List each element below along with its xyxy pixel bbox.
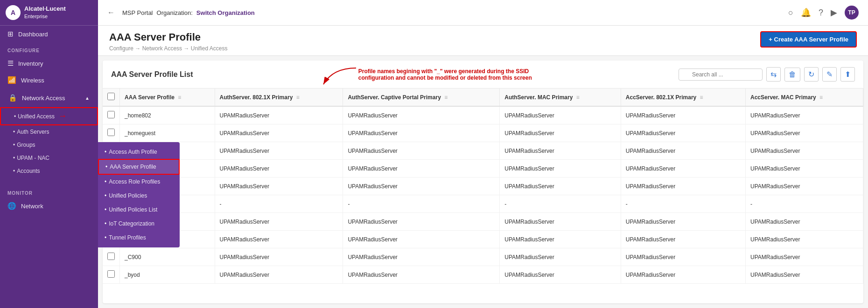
sidebar-logo: A Alcatel·Lucent Enterprise (0, 0, 98, 26)
sidebar-item-groups[interactable]: Groups (0, 138, 98, 151)
table-row: _C900 UPAMRadiusServer UPAMRadiusServer … (103, 248, 863, 266)
configure-section-label: CONFIGURE (0, 42, 98, 55)
row-checkbox-cell (103, 106, 120, 124)
table-row: _byod UPAMRadiusServer UPAMRadiusServer … (103, 266, 863, 284)
row-checkbox-0[interactable] (107, 111, 115, 118)
row-authmac-0: UPAMRadiusServer (500, 106, 621, 124)
row-aaa-profile-1: _homeguest (120, 124, 215, 142)
inventory-icon: ☰ (7, 59, 14, 68)
table-row: - - - - - (103, 195, 863, 213)
brand-name: Alcatel·Lucent (24, 5, 66, 13)
col-auth-captive-primary: AuthServer. Captive Portal Primary ≡ (343, 89, 500, 106)
row-authcaptive-9: UPAMRadiusServer (343, 266, 500, 284)
row-accmac-7: UPAMRadiusServer (746, 231, 863, 248)
logo-text: Alcatel·Lucent Enterprise (24, 5, 66, 20)
sidebar-item-network-access[interactable]: 🔒 Network Access ▲ (0, 89, 98, 107)
col-checkbox (103, 89, 120, 106)
dashboard-icon: ⊞ (7, 30, 14, 38)
row-authcaptive-7: UPAMRadiusServer (343, 231, 500, 248)
row-authcaptive-6: UPAMRadiusServer (343, 213, 500, 231)
col-filter-acc802[interactable]: ≡ (700, 94, 703, 101)
submenu-iot-categorization[interactable]: IoT Categorization (98, 217, 180, 231)
main-content: ← MSP Portal Organization: Switch Organi… (98, 0, 868, 308)
row-authmac-8: UPAMRadiusServer (500, 248, 621, 266)
help-icon[interactable]: ? (819, 8, 823, 18)
sidebar-item-network[interactable]: 🌐 Network (0, 198, 98, 214)
col-filter-accmac[interactable]: ≡ (819, 94, 823, 101)
accounts-label: Accounts (17, 168, 40, 174)
row-aaa-profile-9: _byod (120, 266, 215, 284)
play-icon[interactable]: ▶ (831, 7, 837, 18)
sidebar-item-accounts[interactable]: Accounts (0, 164, 98, 178)
row-accmac-0: UPAMRadiusServer (746, 106, 863, 124)
logo-icon: A (6, 5, 21, 20)
columns-toggle-button[interactable]: ⇆ (766, 67, 781, 82)
submenu-access-auth-profile[interactable]: Access Auth Profile (98, 145, 180, 159)
bell-icon[interactable]: 🔔 (801, 7, 811, 18)
table-header-row: AAA Server Profile ≡ AuthServer. 802.1X … (103, 89, 863, 106)
row-acc802-8: UPAMRadiusServer (621, 248, 745, 266)
sidebar-item-unified-access[interactable]: Unified Access → (0, 107, 98, 125)
delete-button[interactable]: 🗑 (784, 68, 800, 82)
row-acc802-3: UPAMRadiusServer (621, 160, 745, 178)
col-auth-mac-primary: AuthServer. MAC Primary ≡ (500, 89, 621, 106)
edit-button[interactable]: ✎ (822, 67, 837, 82)
submenu-aaa-server-profile[interactable]: AAA Server Profile (98, 159, 180, 175)
table-row: _VerifyAzure UPAMRadiusServer UPAMRadius… (103, 142, 863, 160)
submenu-access-role-profiles[interactable]: Access Role Profiles (98, 175, 180, 189)
row-checkbox-9[interactable] (107, 270, 115, 278)
sidebar-item-inventory[interactable]: ☰ Inventory (0, 55, 98, 72)
row-authcaptive-2: UPAMRadiusServer (343, 142, 500, 160)
row-auth802-9: UPAMRadiusServer (215, 266, 343, 284)
back-button[interactable]: ← (107, 8, 115, 17)
list-title: AAA Server Profile List (111, 70, 193, 79)
sidebar-item-auth-servers[interactable]: Auth Servers (0, 125, 98, 138)
select-all-checkbox[interactable] (107, 93, 115, 100)
topbar: ← MSP Portal Organization: Switch Organi… (98, 0, 868, 26)
topbar-left: ← MSP Portal Organization: Switch Organi… (107, 8, 255, 17)
row-authmac-2: UPAMRadiusServer (500, 142, 621, 160)
row-checkbox-cell (103, 248, 120, 266)
col-filter-aaa[interactable]: ≡ (178, 94, 181, 101)
row-auth802-4: UPAMRadiusServer (215, 178, 343, 195)
wireless-label: Wireless (21, 77, 44, 84)
user-avatar[interactable]: TP (845, 6, 859, 20)
row-accmac-6: UPAMRadiusServer (746, 213, 863, 231)
submenu-unified-policies-list[interactable]: Unified Policies List (98, 203, 180, 217)
row-acc802-6: UPAMRadiusServer (621, 213, 745, 231)
row-accmac-1: UPAMRadiusServer (746, 124, 863, 142)
circle-icon[interactable]: ○ (788, 8, 793, 18)
row-checkbox-8[interactable] (107, 253, 115, 260)
sidebar-item-wireless[interactable]: 📶 Wireless (0, 72, 98, 89)
create-aaa-profile-button[interactable]: + Create AAA Server Profile (760, 31, 857, 48)
network-access-left: 🔒 Network Access (8, 94, 65, 102)
col-filter-authcaptive[interactable]: ≡ (444, 94, 448, 101)
col-filter-authmac[interactable]: ≡ (576, 94, 580, 101)
sidebar-item-dashboard[interactable]: ⊞ Dashboard (0, 26, 98, 42)
network-label: Network (21, 203, 43, 210)
row-authmac-9: UPAMRadiusServer (500, 266, 621, 284)
table-wrapper: AAA Server Profile ≡ AuthServer. 802.1X … (103, 89, 863, 303)
refresh-button[interactable]: ↻ (804, 67, 819, 82)
table-row: _2 UPAMRadiusServer UPAMRadiusServer UPA… (103, 231, 863, 248)
table-row: _2All UPAMRadiusServer UPAMRadiusServer … (103, 213, 863, 231)
page-title-area: AAA Server Profile Configure → Network A… (109, 31, 227, 52)
row-aaa-profile-0: _home802 (120, 106, 215, 124)
search-input[interactable] (679, 68, 763, 81)
submenu-tunnel-profiles[interactable]: Tunnel Profiles (98, 231, 180, 245)
row-acc802-7: UPAMRadiusServer (621, 231, 745, 248)
row-authcaptive-3: UPAMRadiusServer (343, 160, 500, 178)
page-title: AAA Server Profile (109, 31, 227, 43)
table-row: _homeguest UPAMRadiusServer UPAMRadiusSe… (103, 124, 863, 142)
export-button[interactable]: ⬆ (840, 67, 855, 82)
row-authmac-1: UPAMRadiusServer (500, 124, 621, 142)
sidebar-item-upam-nac[interactable]: UPAM - NAC (0, 151, 98, 164)
col-filter-auth802[interactable]: ≡ (296, 94, 300, 101)
row-authcaptive-5: - (343, 195, 500, 213)
row-checkbox-1[interactable] (107, 129, 115, 136)
topbar-right: ○ 🔔 ? ▶ TP (788, 6, 859, 20)
switch-org-link[interactable]: Switch Organization (196, 9, 255, 16)
auth-servers-label: Auth Servers (17, 129, 49, 135)
submenu-popup: Access Auth Profile AAA Server Profile A… (98, 142, 180, 247)
submenu-unified-policies[interactable]: Unified Policies (98, 189, 180, 203)
